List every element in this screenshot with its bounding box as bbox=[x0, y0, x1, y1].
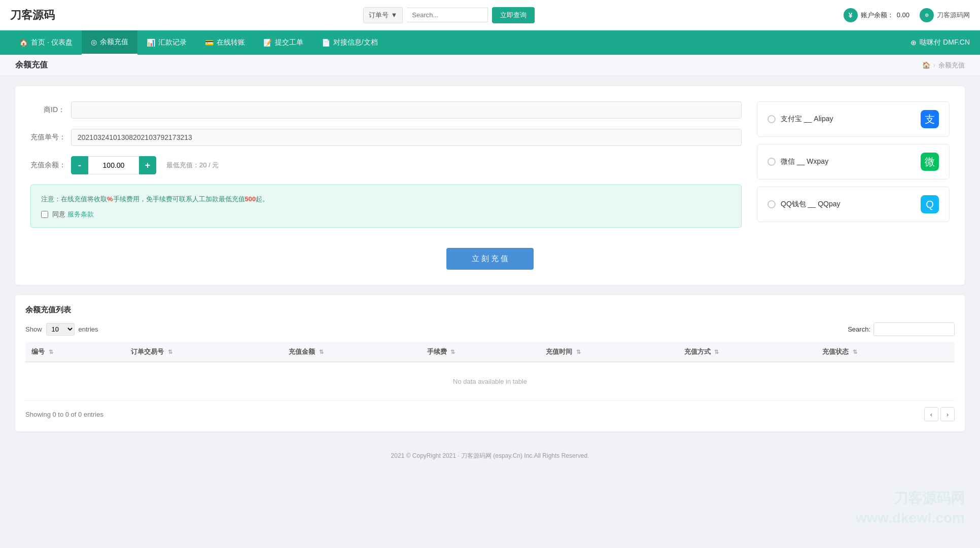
sort-icon-order: ⇅ bbox=[168, 349, 172, 355]
charge-no-input[interactable] bbox=[71, 129, 742, 146]
search-type-selector[interactable]: 订单号 ▼ bbox=[363, 7, 403, 23]
home-icon: 🏠 bbox=[19, 39, 28, 47]
recharge-table-section: 余额充值列表 Show 10 25 50 100 entries Search: bbox=[15, 295, 965, 431]
payment-wechat-left: 微信 __ Wxpay bbox=[767, 157, 828, 166]
account-balance: ¥ 账户余额： 0.00 bbox=[844, 8, 909, 22]
col-status[interactable]: 充值状态 ⇅ bbox=[816, 342, 955, 362]
transfer-icon: 💳 bbox=[205, 39, 214, 47]
amount-label: 充值余额： bbox=[30, 161, 71, 170]
balance-value: 0.00 bbox=[897, 11, 909, 19]
site-link[interactable]: ⊕ 刀客源码网 bbox=[920, 8, 970, 22]
payment-options: 支付宝 __ Alipay 支 微信 __ Wxpay 微 QQ钱包 __ QQ… bbox=[757, 101, 950, 238]
dmf-icon: ⊕ bbox=[911, 39, 917, 47]
submit-recharge-button[interactable]: 立 刻 充 值 bbox=[446, 248, 534, 270]
qq-radio bbox=[767, 200, 776, 208]
dmf-name: 哒咪付 DMF.CN bbox=[920, 38, 970, 47]
payment-alipay[interactable]: 支付宝 __ Alipay 支 bbox=[757, 101, 950, 137]
form-area: 商ID： 充值单号： 充值余额： - + 最低充值：20 / 元 bbox=[30, 101, 950, 238]
charge-no-label: 充值单号： bbox=[30, 133, 71, 142]
table-header-row: 编号 ⇅ 订单交易号 ⇅ 充值金额 ⇅ 手续费 ⇅ bbox=[25, 342, 955, 362]
amount-row: 充值余额： - + 最低充值：20 / 元 bbox=[30, 156, 742, 174]
payment-qq[interactable]: QQ钱包 __ QQpay Q bbox=[757, 187, 950, 222]
table-search-input[interactable] bbox=[873, 322, 955, 336]
merchant-id-input[interactable] bbox=[71, 101, 742, 119]
header: 刀客源码 订单号 ▼ 立即查询 ¥ 账户余额： 0.00 ⊕ 刀客源码网 bbox=[0, 0, 980, 30]
prev-page-button[interactable]: ‹ bbox=[924, 407, 938, 421]
breadcrumb-bar: 余额充值 🏠 › 余额充值 bbox=[0, 55, 980, 76]
site-name: 刀客源码网 bbox=[937, 11, 970, 20]
nav-item-dashboard[interactable]: 🏠 首页 · 仪表盘 bbox=[10, 30, 82, 55]
table-title: 余额充值列表 bbox=[25, 305, 955, 315]
table-controls: Show 10 25 50 100 entries Search: bbox=[25, 322, 955, 336]
col-time[interactable]: 充值时间 ⇅ bbox=[540, 342, 678, 362]
page-title: 余额充值 bbox=[15, 60, 48, 70]
sort-icon-status: ⇅ bbox=[853, 349, 857, 355]
col-order-no[interactable]: 订单交易号 ⇅ bbox=[125, 342, 283, 362]
col-method[interactable]: 充值方式 ⇅ bbox=[678, 342, 817, 362]
agree-checkbox[interactable] bbox=[41, 211, 48, 218]
sort-icon-method: ⇅ bbox=[714, 349, 719, 355]
wechat-name: 微信 __ Wxpay bbox=[781, 157, 828, 166]
sort-icon-amount: ⇅ bbox=[319, 349, 324, 355]
payment-wechat[interactable]: 微信 __ Wxpay 微 bbox=[757, 144, 950, 179]
qq-name: QQ钱包 __ QQpay bbox=[781, 200, 840, 209]
entries-label: entries bbox=[79, 325, 98, 333]
table-footer: Showing 0 to 0 of 0 entries ‹ › bbox=[25, 407, 955, 421]
wechat-icon: 微 bbox=[921, 153, 939, 171]
submit-row: 立 刻 充 值 bbox=[30, 248, 950, 270]
amount-hint: 最低充值：20 / 元 bbox=[166, 161, 219, 170]
footer-text: 2021 © CopyRight 2021 · 刀客源码网 (espay.Cn)… bbox=[391, 452, 589, 459]
payment-alipay-left: 支付宝 __ Alipay bbox=[767, 115, 833, 124]
site-logo: 刀客源码 bbox=[10, 8, 55, 23]
charge-no-row: 充值单号： bbox=[30, 129, 742, 146]
nav-item-ticket[interactable]: 📝 提交工单 bbox=[254, 30, 312, 55]
dropdown-arrow-icon: ▼ bbox=[391, 11, 397, 19]
records-icon: 📊 bbox=[147, 39, 155, 47]
qq-icon: Q bbox=[921, 195, 939, 213]
form-left: 商ID： 充值单号： 充值余额： - + 最低充值：20 / 元 bbox=[30, 101, 742, 238]
site-icon: ⊕ bbox=[920, 8, 934, 22]
breadcrumb-separator: › bbox=[933, 61, 935, 69]
no-data-row: No data available in table bbox=[25, 362, 955, 401]
notice-box: 注意：在线充值将收取%手续费用，免手续费可联系人工加款最低充值500起。 同意 … bbox=[30, 185, 742, 228]
amount-minus-button[interactable]: - bbox=[71, 156, 88, 174]
ticket-icon: 📝 bbox=[263, 39, 272, 47]
amount-plus-button[interactable]: + bbox=[139, 156, 156, 174]
header-search-input[interactable] bbox=[407, 8, 488, 22]
main-content: 商ID： 充值单号： 充值余额： - + 最低充值：20 / 元 bbox=[0, 76, 980, 442]
col-fee[interactable]: 手续费 ⇅ bbox=[421, 342, 540, 362]
agree-label: 同意 服务条款 bbox=[52, 210, 94, 219]
main-nav: 🏠 首页 · 仪表盘 ◎ 余额充值 📊 汇款记录 💳 在线转账 📝 提交工单 📄… bbox=[0, 30, 980, 55]
nav-item-transfer[interactable]: 💳 在线转账 bbox=[196, 30, 254, 55]
merchant-id-label: 商ID： bbox=[30, 105, 71, 115]
table-controls-left: Show 10 25 50 100 entries bbox=[25, 323, 98, 336]
balance-label: 账户余额： bbox=[861, 11, 894, 20]
nav-item-records[interactable]: 📊 汇款记录 bbox=[137, 30, 196, 55]
balance-icon: ¥ bbox=[844, 8, 858, 22]
sort-icon-id: ⇅ bbox=[49, 349, 53, 355]
agree-row: 同意 服务条款 bbox=[41, 210, 731, 219]
entries-select[interactable]: 10 25 50 100 bbox=[46, 323, 75, 336]
header-search-button[interactable]: 立即查询 bbox=[492, 7, 535, 23]
nav-label-docs: 对接信息/文档 bbox=[333, 38, 378, 47]
nav-label-dashboard: 首页 · 仪表盘 bbox=[31, 38, 73, 47]
recharge-form-card: 商ID： 充值单号： 充值余额： - + 最低充值：20 / 元 bbox=[15, 86, 965, 285]
alipay-name: 支付宝 __ Alipay bbox=[781, 115, 833, 124]
breadcrumb-home[interactable]: 🏠 bbox=[922, 61, 930, 69]
col-amount[interactable]: 充值金额 ⇅ bbox=[283, 342, 421, 362]
nav-item-recharge[interactable]: ◎ 余额充值 bbox=[82, 30, 137, 55]
docs-icon: 📄 bbox=[322, 39, 330, 47]
next-page-button[interactable]: › bbox=[940, 407, 955, 421]
breadcrumb-current: 余额充值 bbox=[938, 61, 965, 70]
footer: 2021 © CopyRight 2021 · 刀客源码网 (espay.Cn)… bbox=[0, 442, 980, 470]
no-data-cell: No data available in table bbox=[25, 362, 955, 401]
nav-label-recharge: 余额充值 bbox=[100, 38, 128, 47]
terms-link[interactable]: 服务条款 bbox=[67, 210, 94, 218]
nav-item-docs[interactable]: 📄 对接信息/文档 bbox=[312, 30, 387, 55]
pagination: ‹ › bbox=[924, 407, 955, 421]
col-id[interactable]: 编号 ⇅ bbox=[25, 342, 125, 362]
amount-input[interactable] bbox=[88, 156, 139, 174]
header-right: ¥ 账户余额： 0.00 ⊕ 刀客源码网 bbox=[844, 8, 970, 22]
merchant-id-row: 商ID： bbox=[30, 101, 742, 119]
alipay-icon: 支 bbox=[921, 110, 939, 128]
